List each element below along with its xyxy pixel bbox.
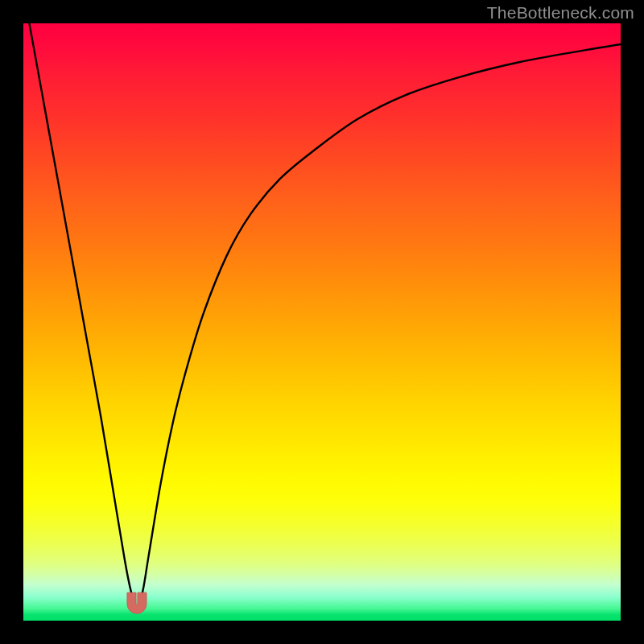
chart-frame: TheBottleneck.com [0,0,644,644]
optimum-marker [127,592,147,613]
bottleneck-curve [29,23,621,609]
curve-layer [23,23,621,621]
plot-area [23,23,621,621]
watermark-label: TheBottleneck.com [487,3,634,23]
